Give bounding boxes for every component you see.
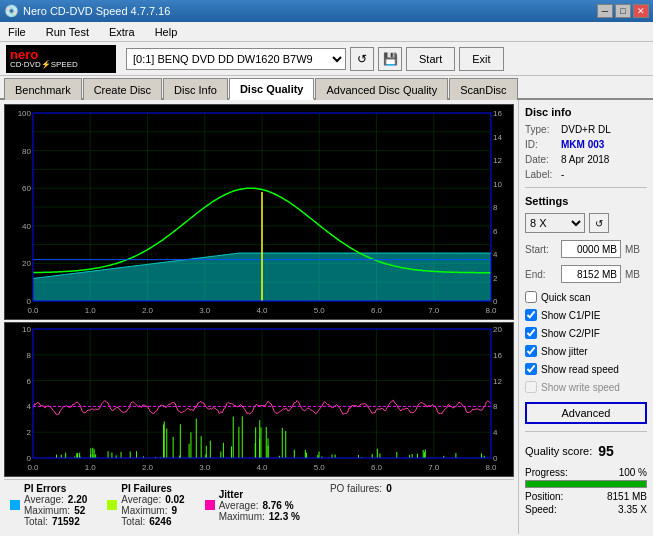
- disc-label-val: -: [561, 169, 564, 180]
- maximize-button[interactable]: □: [615, 4, 631, 18]
- disc-type-val: DVD+R DL: [561, 124, 611, 135]
- show-jitter-checkbox[interactable]: [525, 345, 537, 357]
- nero-logo: nero CD·DVD⚡SPEED: [6, 45, 116, 73]
- po-failures-group: PO failures: 0: [330, 483, 392, 527]
- checkbox-write-speed: Show write speed: [525, 381, 647, 393]
- pi-failures-title: PI Failures: [121, 483, 184, 494]
- settings-refresh-icon[interactable]: ↺: [589, 213, 609, 233]
- quality-score-value: 95: [598, 443, 614, 459]
- speed-row-prog: Speed: 3.35 X: [525, 504, 647, 515]
- tab-advanced-disc-quality[interactable]: Advanced Disc Quality: [315, 78, 448, 100]
- start-button[interactable]: Start: [406, 47, 455, 71]
- checkbox-c1pie: Show C1/PIE: [525, 309, 647, 321]
- pi-failures-max-row: Maximum: 9: [121, 505, 184, 516]
- speed-row: 8 X ↺: [525, 213, 647, 233]
- tab-bar: Benchmark Create Disc Disc Info Disc Qua…: [0, 76, 653, 100]
- menu-bar: File Run Test Extra Help: [0, 22, 653, 42]
- pi-failures-labels: PI Failures Average: 0.02 Maximum: 9 Tot…: [121, 483, 184, 527]
- pi-errors-max-key: Maximum:: [24, 505, 70, 516]
- end-label: End:: [525, 269, 557, 280]
- po-failures-key: PO failures:: [330, 483, 382, 494]
- close-button[interactable]: ✕: [633, 4, 649, 18]
- jitter-max-row: Maximum: 12.3 %: [219, 511, 300, 522]
- disc-label-row: Label: -: [525, 169, 647, 180]
- pi-errors-avg-val: 2.20: [68, 494, 87, 505]
- menu-file[interactable]: File: [4, 25, 30, 39]
- position-val: 8151 MB: [607, 491, 647, 502]
- drive-select[interactable]: [0:1] BENQ DVD DD DW1620 B7W9: [126, 48, 346, 70]
- pi-errors-dot: [10, 500, 20, 510]
- progress-label: Progress:: [525, 467, 568, 478]
- bottom-chart: [4, 322, 514, 477]
- jitter-max-key: Maximum:: [219, 511, 265, 522]
- exit-button[interactable]: Exit: [459, 47, 503, 71]
- tab-disc-quality[interactable]: Disc Quality: [229, 78, 315, 100]
- title-bar: 💿 Nero CD-DVD Speed 4.7.7.16 ─ □ ✕: [0, 0, 653, 22]
- end-input[interactable]: [561, 265, 621, 283]
- menu-help[interactable]: Help: [151, 25, 182, 39]
- advanced-button[interactable]: Advanced: [525, 402, 647, 424]
- show-c2pif-checkbox[interactable]: [525, 327, 537, 339]
- start-input[interactable]: [561, 240, 621, 258]
- right-panel: Disc info Type: DVD+R DL ID: MKM 003 Dat…: [518, 100, 653, 534]
- po-failures-val: 0: [386, 483, 392, 494]
- checkbox-quick-scan: Quick scan: [525, 291, 647, 303]
- quick-scan-checkbox[interactable]: [525, 291, 537, 303]
- progress-row: Progress: 100 %: [525, 467, 647, 478]
- app-icon: 💿: [4, 4, 19, 18]
- divider-2: [525, 431, 647, 432]
- minimize-button[interactable]: ─: [597, 4, 613, 18]
- nero-logo-bottom: CD·DVD⚡SPEED: [10, 61, 78, 69]
- pi-failures-max-key: Maximum:: [121, 505, 167, 516]
- progress-bar-fill: [526, 481, 646, 487]
- refresh-icon-button[interactable]: ↺: [350, 47, 374, 71]
- speed-select[interactable]: 8 X: [525, 213, 585, 233]
- menu-extra[interactable]: Extra: [105, 25, 139, 39]
- start-unit: MB: [625, 244, 640, 255]
- menu-run-test[interactable]: Run Test: [42, 25, 93, 39]
- pi-errors-title: PI Errors: [24, 483, 87, 494]
- pi-failures-total-val: 6246: [149, 516, 171, 527]
- tab-create-disc[interactable]: Create Disc: [83, 78, 162, 100]
- show-read-speed-checkbox[interactable]: [525, 363, 537, 375]
- show-write-speed-checkbox[interactable]: [525, 381, 537, 393]
- speed-val: 3.35 X: [618, 504, 647, 515]
- charts-area: PI Errors Average: 2.20 Maximum: 52 Tota…: [0, 100, 518, 534]
- show-jitter-label: Show jitter: [541, 346, 588, 357]
- pi-errors-avg-row: Average: 2.20: [24, 494, 87, 505]
- stats-bar: PI Errors Average: 2.20 Maximum: 52 Tota…: [4, 479, 514, 530]
- show-c1pie-checkbox[interactable]: [525, 309, 537, 321]
- jitter-avg-key: Average:: [219, 500, 259, 511]
- progress-val: 100 %: [619, 467, 647, 478]
- show-read-speed-label: Show read speed: [541, 364, 619, 375]
- position-row: Position: 8151 MB: [525, 491, 647, 502]
- pi-errors-group: PI Errors Average: 2.20 Maximum: 52 Tota…: [10, 483, 87, 527]
- tab-disc-info[interactable]: Disc Info: [163, 78, 228, 100]
- progress-section: Progress: 100 % Position: 8151 MB Speed:…: [525, 467, 647, 517]
- checkbox-c2pif: Show C2/PIF: [525, 327, 647, 339]
- end-unit: MB: [625, 269, 640, 280]
- save-icon-button[interactable]: 💾: [378, 47, 402, 71]
- disc-type-row: Type: DVD+R DL: [525, 124, 647, 135]
- settings-title: Settings: [525, 195, 647, 207]
- speed-label: Speed:: [525, 504, 557, 515]
- tab-benchmark[interactable]: Benchmark: [4, 78, 82, 100]
- pi-errors-labels: PI Errors Average: 2.20 Maximum: 52 Tota…: [24, 483, 87, 527]
- jitter-group: Jitter Average: 8.76 % Maximum: 12.3 %: [205, 483, 300, 527]
- checkbox-jitter: Show jitter: [525, 345, 647, 357]
- title-bar-text: 💿 Nero CD-DVD Speed 4.7.7.16: [4, 4, 170, 18]
- disc-info-title: Disc info: [525, 106, 647, 118]
- pi-failures-avg-key: Average:: [121, 494, 161, 505]
- disc-id-key: ID:: [525, 139, 557, 150]
- checkbox-read-speed: Show read speed: [525, 363, 647, 375]
- pi-failures-max-val: 9: [171, 505, 177, 516]
- jitter-labels: Jitter Average: 8.76 % Maximum: 12.3 %: [219, 489, 300, 522]
- jitter-avg-val: 8.76 %: [262, 500, 293, 511]
- tab-scan-disc[interactable]: ScanDisc: [449, 78, 517, 100]
- title-bar-controls: ─ □ ✕: [597, 4, 649, 18]
- start-field-row: Start: MB: [525, 240, 647, 258]
- disc-date-val: 8 Apr 2018: [561, 154, 609, 165]
- pi-failures-dot: [107, 500, 117, 510]
- jitter-dot: [205, 500, 215, 510]
- jitter-avg-row: Average: 8.76 %: [219, 500, 300, 511]
